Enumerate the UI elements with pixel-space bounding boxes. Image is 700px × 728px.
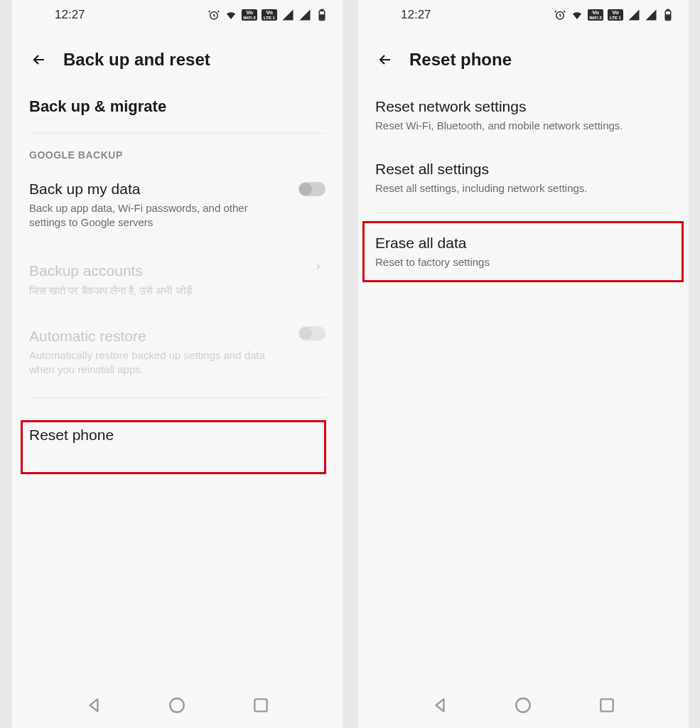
item-title: Erase all data [375, 233, 672, 252]
svg-rect-9 [667, 10, 669, 11]
status-time: 12:27 [401, 8, 431, 22]
battery-icon [662, 9, 674, 21]
svg-point-4 [171, 698, 185, 712]
nav-back-icon[interactable] [85, 696, 103, 714]
svg-rect-2 [321, 15, 324, 19]
item-automatic-restore: Automatic restore Automatically restore … [29, 311, 325, 390]
navigation-bar [12, 682, 343, 728]
toggle-backup-my-data[interactable] [298, 182, 325, 196]
page-title: Back up and reset [63, 50, 210, 70]
volte-badge: Vo LTE 1 [608, 9, 623, 21]
item-subtitle: Automatically restore backed up settings… [29, 348, 278, 378]
vowifi-badge: Vo WiFi 2 [588, 9, 603, 21]
item-title: Back up & migrate [29, 97, 325, 117]
item-reset-network[interactable]: Reset network settings Reset Wi-Fi, Blue… [375, 84, 672, 146]
nav-recent-icon[interactable] [598, 696, 616, 714]
back-arrow-icon[interactable] [29, 50, 49, 70]
signal-icon-1 [628, 9, 640, 21]
chevron-right-icon [314, 261, 323, 275]
section-label-google: GOOGLE BACKUP [29, 136, 325, 166]
svg-rect-8 [667, 15, 670, 19]
item-title: Backup accounts [29, 261, 325, 280]
svg-rect-3 [321, 10, 323, 11]
item-title: Back up my data [29, 179, 325, 198]
item-subtitle: Reset to factory settings [375, 255, 624, 269]
page-header: Back up and reset [12, 30, 343, 84]
navigation-bar [358, 682, 689, 728]
status-time: 12:27 [55, 8, 85, 22]
item-subtitle: जिस खाते पर बैकअप लेना है, उसे अभी जोड़े… [29, 284, 278, 298]
page-title: Reset phone [409, 50, 512, 70]
item-erase-all-data[interactable]: Erase all data Reset to factory settings [375, 216, 672, 287]
item-backup-migrate[interactable]: Back up & migrate [29, 84, 325, 130]
status-bar: 12:27 Vo WiFi 2 Vo LTE 1 [358, 0, 689, 30]
divider [375, 213, 672, 213]
wifi-icon [571, 9, 583, 21]
item-title: Reset network settings [375, 97, 672, 116]
item-backup-my-data[interactable]: Back up my data Back up app data, Wi-Fi … [29, 166, 325, 243]
toggle-automatic-restore [298, 326, 325, 341]
nav-back-icon[interactable] [431, 696, 449, 714]
content-area: Back up & migrate GOOGLE BACKUP Back up … [12, 84, 343, 682]
nav-home-icon[interactable] [514, 696, 532, 714]
item-reset-all[interactable]: Reset all settings Reset all settings, i… [375, 146, 672, 209]
svg-rect-5 [254, 699, 266, 711]
phone-screen-backup-reset: 12:27 Vo WiFi 2 Vo LTE 1 [12, 0, 343, 728]
alarm-icon [208, 9, 220, 21]
battery-icon [316, 9, 328, 21]
divider [29, 397, 325, 398]
signal-icon-2 [645, 9, 657, 21]
item-title: Reset phone [29, 425, 325, 444]
item-subtitle: Reset Wi-Fi, Bluetooth, and mobile netwo… [375, 119, 659, 133]
back-arrow-icon[interactable] [375, 50, 395, 70]
vowifi-badge: Vo WiFi 2 [242, 9, 257, 21]
signal-icon-2 [298, 9, 311, 21]
svg-rect-11 [601, 699, 613, 711]
nav-recent-icon[interactable] [252, 696, 270, 714]
item-subtitle: Reset all settings, including network se… [375, 181, 624, 196]
item-reset-phone[interactable]: Reset phone [29, 401, 325, 469]
phone-screen-reset-phone: 12:27 Vo WiFi 2 Vo LTE 1 [358, 0, 689, 728]
item-title: Automatic restore [29, 326, 325, 346]
signal-icon-1 [281, 9, 294, 21]
status-icons: Vo WiFi 2 Vo LTE 1 [208, 9, 328, 21]
svg-point-10 [517, 698, 531, 712]
item-title: Reset all settings [375, 159, 672, 178]
content-area: Reset network settings Reset Wi-Fi, Blue… [358, 84, 689, 682]
status-bar: 12:27 Vo WiFi 2 Vo LTE 1 [12, 0, 343, 30]
page-header: Reset phone [358, 30, 689, 84]
status-icons: Vo WiFi 2 Vo LTE 1 [554, 9, 674, 21]
nav-home-icon[interactable] [168, 696, 186, 714]
divider [29, 133, 325, 134]
alarm-icon [554, 9, 566, 21]
wifi-icon [225, 9, 237, 21]
item-subtitle: Back up app data, Wi-Fi passwords, and o… [29, 201, 278, 230]
item-backup-accounts: Backup accounts जिस खाते पर बैकअप लेना ह… [29, 242, 325, 311]
volte-badge: Vo LTE 1 [262, 9, 277, 21]
